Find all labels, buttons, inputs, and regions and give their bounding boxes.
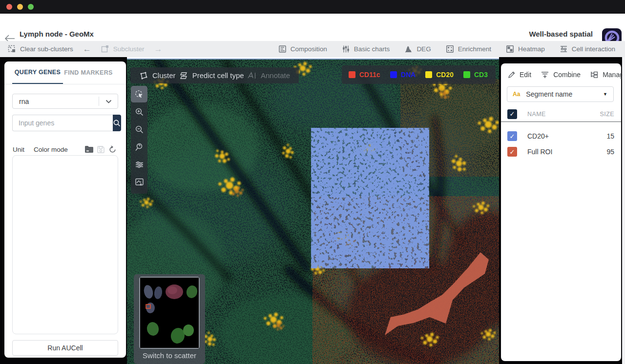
channel-dna[interactable]: DNA — [390, 71, 416, 79]
subcluster-icon — [101, 45, 109, 53]
channel-label: CD11c — [359, 71, 380, 79]
dropdown-arrow-icon: ▼ — [603, 92, 613, 97]
unit-label[interactable]: Unit — [13, 146, 24, 153]
export-image-tool[interactable] — [131, 174, 147, 190]
viewer-tool-rail — [131, 86, 147, 194]
minimap-tissues — [140, 278, 199, 348]
save-geneset-button[interactable] — [95, 143, 106, 155]
clear-subclusters-button[interactable]: Clear sub-clusters — [8, 45, 73, 53]
zoom-out-tool[interactable] — [131, 121, 147, 138]
search-icon — [113, 119, 121, 127]
image-download-icon — [135, 178, 144, 187]
enrichment-button[interactable]: Enrichment — [446, 45, 491, 53]
channel-cd11c[interactable]: CD11c — [349, 71, 380, 79]
column-name: NAME — [527, 111, 600, 118]
titlebar — [0, 0, 625, 14]
heatmap-button[interactable]: Heatmap — [506, 45, 545, 53]
channel-label: CD20 — [436, 71, 454, 79]
segment-checkbox[interactable]: ✓ — [507, 131, 517, 141]
gene-search — [12, 115, 118, 131]
color-mode-label[interactable]: Color mode — [34, 146, 68, 153]
subcluster-button[interactable]: Subcluster — [101, 45, 145, 53]
select-all-checkbox[interactable]: ✓ — [507, 109, 517, 119]
zoom-in-tool[interactable] — [131, 103, 147, 120]
annotate-button[interactable]: Annotate — [248, 71, 290, 80]
close-window-button[interactable] — [6, 4, 12, 10]
segment-overlay-cd20[interactable] — [311, 128, 429, 268]
minimize-window-button[interactable] — [17, 4, 23, 10]
tab-query-genes[interactable]: QUERY GENES — [12, 61, 63, 84]
history-back-arrow[interactable]: ← — [80, 44, 94, 54]
dataset-select-value: rna — [13, 98, 99, 105]
density-plot-icon — [404, 45, 413, 53]
search-button[interactable] — [113, 115, 121, 131]
channel-cd20[interactable]: CD20 — [425, 71, 454, 79]
combine-segments-button[interactable]: Combine — [541, 71, 581, 79]
hierarchy-icon — [590, 71, 599, 79]
edit-segment-button[interactable]: Edit — [508, 71, 531, 79]
reset-button[interactable] — [106, 143, 118, 155]
segment-name: CD20+ — [527, 132, 606, 140]
left-panel-tabs: QUERY GENES FIND MARKERS — [4, 61, 126, 84]
module-title: Well-based spatial — [529, 30, 593, 38]
segment-row-full-roi[interactable]: ✓ Full ROI 95 — [501, 144, 621, 160]
adjust-channels-tool[interactable] — [131, 156, 147, 173]
window-right-edge — [622, 57, 625, 364]
segment-actions: Edit Combine Manage — [501, 68, 621, 81]
channel-cd3[interactable]: CD3 — [463, 71, 488, 79]
segment-name: Full ROI — [527, 148, 606, 156]
sliders-icon — [135, 161, 144, 169]
channel-swatch — [390, 71, 397, 78]
marquee-select-icon — [8, 45, 16, 53]
folder-icon — [84, 145, 94, 153]
predict-cell-type-button[interactable]: Predict cell type — [179, 71, 244, 80]
segment-size: 95 — [606, 148, 614, 156]
save-icon — [97, 145, 105, 154]
manage-segments-button[interactable]: Manage — [590, 71, 625, 79]
composition-button[interactable]: Composition — [278, 45, 327, 53]
chevron-down-icon — [99, 100, 118, 103]
undo-rotate-icon — [108, 145, 117, 154]
channel-swatch — [463, 71, 470, 78]
cell-interaction-button[interactable]: Cell interaction — [560, 45, 615, 53]
segment-checkbox[interactable]: ✓ — [507, 147, 517, 157]
gene-list — [12, 155, 118, 334]
channel-legend-bar: CD11c DNA CD20 CD3 — [342, 65, 496, 84]
gene-search-input[interactable] — [12, 115, 113, 131]
channel-swatch — [349, 71, 355, 78]
heatmap-icon — [506, 45, 514, 53]
minimap-thumbnail[interactable] — [139, 277, 200, 349]
viewer-blue-line — [127, 59, 499, 60]
segments-panel: Edit Combine Manage Aa Segment name — [501, 63, 621, 361]
basic-charts-button[interactable]: Basic charts — [342, 45, 390, 53]
segment-row-cd20[interactable]: ✓ CD20+ 15 — [501, 128, 621, 144]
lasso-cluster-icon — [139, 71, 148, 80]
segment-size: 15 — [606, 132, 614, 140]
channel-swatch — [425, 71, 432, 78]
viewer-action-bar: Cluster Predict cell type Annotate — [130, 67, 299, 83]
group-by-select[interactable]: Aa Segment name ▼ — [507, 86, 614, 102]
load-geneset-button[interactable] — [83, 143, 95, 155]
tab-find-markers[interactable]: FIND MARKERS — [63, 61, 114, 84]
cluster-button[interactable]: Cluster — [139, 71, 176, 80]
switch-to-scatter-button[interactable]: Switch to scatter — [134, 351, 205, 360]
dotplot-icon — [446, 45, 454, 53]
lasso-pointer-icon — [134, 89, 144, 99]
zoom-out-icon — [135, 125, 144, 134]
predict-layers-icon — [179, 71, 188, 80]
lasso-select-tool[interactable] — [131, 86, 147, 102]
combine-icon — [541, 71, 549, 79]
zoom-reset-tool[interactable] — [131, 139, 147, 155]
tissue-image-viewer[interactable]: Cluster Predict cell type Annotate — [127, 57, 499, 364]
run-aucell-button[interactable]: Run AUCell — [12, 340, 118, 356]
minimap-panel: Switch to scatter — [134, 274, 205, 364]
header: Lymph node - GeoMx Number of wells: 110 … — [0, 14, 625, 41]
boxplot-icon — [342, 45, 350, 53]
history-forward-arrow[interactable]: → — [151, 44, 166, 54]
channel-label: CD3 — [474, 71, 488, 79]
zoom-window-button[interactable] — [28, 4, 34, 10]
zoom-reset-icon — [135, 142, 144, 152]
dataset-select[interactable]: rna — [12, 94, 118, 109]
channel-label: DNA — [401, 71, 416, 79]
deg-button[interactable]: DEG — [404, 45, 431, 53]
